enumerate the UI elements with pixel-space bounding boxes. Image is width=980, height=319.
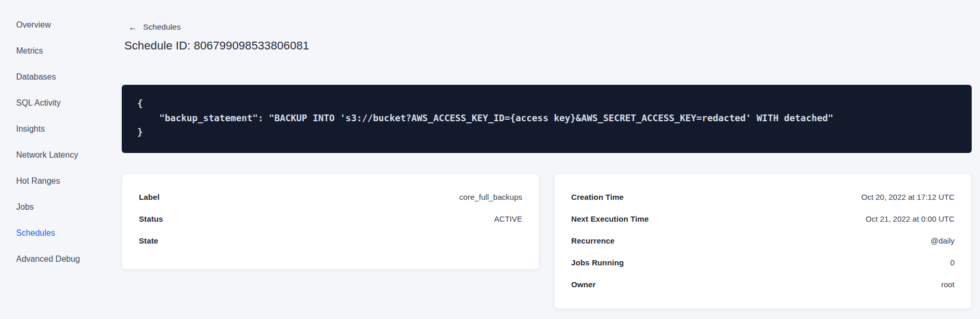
back-link-label: Schedules bbox=[143, 22, 180, 32]
detail-row: State bbox=[139, 229, 522, 251]
sidebar-item[interactable]: Overview bbox=[0, 12, 109, 38]
schedule-details-card: Label core_full_backups Status ACTIVE St… bbox=[122, 173, 539, 270]
schedule-timing-rows: Creation Time Oct 20, 2022 at 17:12 UTC … bbox=[571, 186, 955, 295]
sidebar-item[interactable]: Metrics bbox=[0, 38, 109, 64]
sidebar-nav-list: Overview Metrics Databases SQL Activity … bbox=[0, 12, 109, 272]
detail-row-value: core_full_backups bbox=[459, 193, 522, 201]
detail-row-label: Status bbox=[139, 214, 163, 223]
code-line: } bbox=[137, 125, 956, 140]
detail-row: Recurrence @daily bbox=[571, 229, 955, 251]
detail-row-label: Next Execution Time bbox=[571, 214, 649, 223]
detail-row-label: Owner bbox=[571, 280, 596, 289]
sidebar-item-label: Insights bbox=[16, 124, 45, 134]
schedule-details-rows: Label core_full_backups Status ACTIVE St… bbox=[139, 186, 522, 251]
sidebar-item-label: Overview bbox=[16, 20, 51, 30]
sidebar-item[interactable]: SQL Activity bbox=[0, 90, 109, 116]
sidebar-item-label: Metrics bbox=[16, 46, 43, 56]
detail-row-label: Creation Time bbox=[571, 193, 624, 201]
page-title: Schedule ID: 806799098533806081 bbox=[124, 39, 309, 53]
sidebar-item[interactable]: Jobs bbox=[0, 194, 109, 220]
sidebar-item-label: Advanced Debug bbox=[16, 254, 80, 264]
sidebar-item[interactable]: Hot Ranges bbox=[0, 168, 109, 194]
schedule-definition-code-block: { "backup_statement": "BACKUP INTO 's3:/… bbox=[122, 85, 972, 153]
back-arrow-icon: ← bbox=[128, 23, 137, 32]
app-root: Overview Metrics Databases SQL Activity … bbox=[0, 0, 980, 319]
sidebar-item[interactable]: Insights bbox=[0, 116, 109, 142]
detail-row: Owner root bbox=[571, 273, 955, 295]
detail-row-value: 0 bbox=[950, 258, 955, 267]
code-line: "backup_statement": "BACKUP INTO 's3://b… bbox=[137, 111, 956, 126]
schedule-timing-card: Creation Time Oct 20, 2022 at 17:12 UTC … bbox=[554, 173, 972, 309]
detail-row: Next Execution Time Oct 21, 2022 at 0:00… bbox=[571, 208, 955, 229]
back-link[interactable]: ← Schedules bbox=[128, 22, 180, 32]
sidebar-item[interactable]: Advanced Debug bbox=[0, 246, 109, 272]
detail-row: Status ACTIVE bbox=[139, 208, 522, 229]
detail-row-value: @daily bbox=[931, 236, 955, 245]
detail-row-value: Oct 21, 2022 at 0:00 UTC bbox=[866, 214, 955, 223]
sidebar-item-label: Schedules bbox=[16, 228, 55, 238]
detail-row-label: Recurrence bbox=[571, 236, 615, 245]
sidebar-item[interactable]: Network Latency bbox=[0, 142, 109, 168]
detail-row: Creation Time Oct 20, 2022 at 17:12 UTC bbox=[571, 186, 955, 208]
sidebar: Overview Metrics Databases SQL Activity … bbox=[0, 0, 109, 272]
detail-row: Jobs Running 0 bbox=[571, 251, 955, 273]
detail-row-label: State bbox=[139, 236, 158, 245]
detail-row-label: Jobs Running bbox=[571, 258, 624, 267]
detail-row-value: Oct 20, 2022 at 17:12 UTC bbox=[861, 193, 955, 201]
detail-row-value: root bbox=[941, 280, 955, 289]
sidebar-item[interactable]: Databases bbox=[0, 64, 109, 90]
sidebar-item-label: Databases bbox=[16, 72, 56, 82]
main-content: ← Schedules Schedule ID: 806799098533806… bbox=[122, 0, 972, 319]
sidebar-item[interactable]: Schedules bbox=[0, 220, 109, 246]
code-line: { bbox=[137, 97, 956, 111]
detail-row-label: Label bbox=[139, 193, 160, 201]
detail-row-value: ACTIVE bbox=[494, 214, 522, 223]
sidebar-item-label: SQL Activity bbox=[16, 98, 61, 108]
sidebar-item-label: Hot Ranges bbox=[16, 176, 60, 186]
sidebar-item-label: Network Latency bbox=[16, 150, 78, 160]
detail-row: Label core_full_backups bbox=[139, 186, 522, 208]
sidebar-item-label: Jobs bbox=[16, 202, 34, 212]
